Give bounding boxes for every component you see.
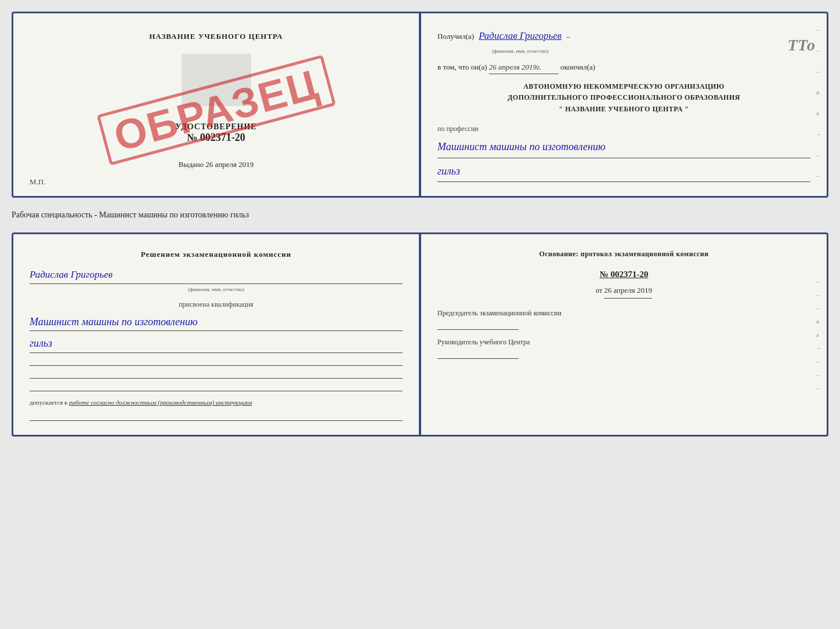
blank-line-1 — [30, 358, 403, 366]
blank-lines — [30, 358, 403, 391]
qualification-line1: Машинист машины по изготовлению — [30, 313, 403, 332]
top-right-marks: – – – и а ← – – – — [816, 25, 822, 198]
cert-block: УДОСТОВЕРЕНИЕ № 002371-20 — [175, 122, 256, 144]
page-wrapper: НАЗВАНИЕ УЧЕБНОГО ЦЕНТРА УДОСТОВЕРЕНИЕ №… — [12, 12, 828, 437]
recipient-name-top: Радислав Григорьев — [479, 30, 562, 41]
bottom-person-name: Радислав Григорьев — [30, 267, 403, 284]
protocol-number: № 002371-20 — [437, 267, 810, 282]
received-prefix: Получил(а) — [437, 30, 474, 43]
director-label: Руководитель учебного Центра — [437, 337, 810, 347]
admission-prefix: допускается к — [30, 399, 67, 406]
top-document: НАЗВАНИЕ УЧЕБНОГО ЦЕНТРА УДОСТОВЕРЕНИЕ №… — [12, 12, 828, 198]
top-doc-left: НАЗВАНИЕ УЧЕБНОГО ЦЕНТРА УДОСТОВЕРЕНИЕ №… — [13, 13, 419, 196]
bottom-person-block: Радислав Григорьев (фамилия, имя, отчест… — [30, 267, 403, 294]
profession-line2: гильз — [437, 162, 810, 182]
chairman-label: Председатель экзаменационной комиссии — [437, 308, 810, 318]
org-block: АВТОНОМНУЮ НЕКОММЕРЧЕСКУЮ ОРГАНИЗАЦИЮ ДО… — [437, 81, 810, 115]
mp-label: М.П. — [30, 177, 45, 187]
date-prefix: от — [596, 286, 602, 294]
director-signature-line — [437, 350, 519, 359]
cert-number: № 002371-20 — [175, 132, 256, 144]
completion-date: 26 апреля 2019г. — [489, 60, 559, 74]
bottom-document: Решением экзаменационной комиссии Радисл… — [12, 232, 828, 437]
tto-stamp: ТТо — [788, 31, 815, 60]
issue-date-value: 26 апреля 2019 — [205, 160, 254, 169]
assigned-label: присвоена квалификация — [30, 299, 403, 310]
in-that-prefix: в том, что он(а) — [437, 63, 487, 71]
cert-photo-placeholder — [182, 54, 251, 106]
commission-title: Решением экзаменационной комиссии — [30, 248, 403, 261]
bottom-right-marks: – – – и а ← – – – — [816, 276, 822, 392]
recipient-line: Получил(а) Радислав Григорьев (фамилия, … — [437, 27, 810, 56]
blank-line-2 — [30, 370, 403, 379]
admission-underline: работе согласно должностным (производств… — [69, 399, 252, 406]
top-doc-right: ТТо Получил(а) Радислав Григорьев (фамил… — [421, 13, 827, 196]
bottom-doc-right: Основание: протокол экзаменационной коми… — [421, 234, 827, 435]
blank-line-3 — [30, 383, 403, 391]
org-line1: АВТОНОМНУЮ НЕКОММЕРЧЕСКУЮ ОРГАНИЗАЦИЮ — [437, 81, 810, 92]
chairman-signature-line — [437, 321, 519, 330]
fio-hint-top: (фамилия, имя, отчество) — [479, 46, 562, 56]
basis-title: Основание: протокол экзаменационной коми… — [437, 248, 810, 260]
profession-line1: Машинист машины по изготовлению — [437, 137, 810, 158]
bottom-doc-left: Решением экзаменационной комиссии Радисл… — [13, 234, 419, 435]
dash: – — [566, 30, 570, 43]
admission-block: допускается к работе согласно должностны… — [30, 397, 403, 408]
profession-block: по профессии Машинист машины по изготовл… — [437, 122, 810, 182]
protocol-date-block: от 26 апреля 2019 — [437, 284, 810, 299]
org-name: " НАЗВАНИЕ УЧЕБНОГО ЦЕНТРА " — [437, 104, 810, 115]
org-line2: ДОПОЛНИТЕЛЬНОГО ПРОФЕССИОНАЛЬНОГО ОБРАЗО… — [437, 92, 810, 103]
issued-date: Выдано 26 апреля 2019 — [179, 160, 254, 169]
specialty-label: Рабочая специальность - Машинист машины … — [12, 208, 828, 222]
training-center-title-left: НАЗВАНИЕ УЧЕБНОГО ЦЕНТРА — [149, 32, 283, 41]
qualification-line2: гильз — [30, 335, 403, 353]
profession-label: по профессии — [437, 125, 479, 133]
admission-blank-line — [30, 413, 403, 421]
in-that-line: в том, что он(а) 26 апреля 2019г. окончи… — [437, 60, 810, 74]
bottom-fio-hint: (фамилия, имя, отчество) — [30, 285, 403, 294]
protocol-date: 26 апреля 2019 — [604, 284, 652, 299]
cert-title: УДОСТОВЕРЕНИЕ — [175, 122, 256, 132]
finished-suffix: окончил(а) — [560, 63, 595, 71]
